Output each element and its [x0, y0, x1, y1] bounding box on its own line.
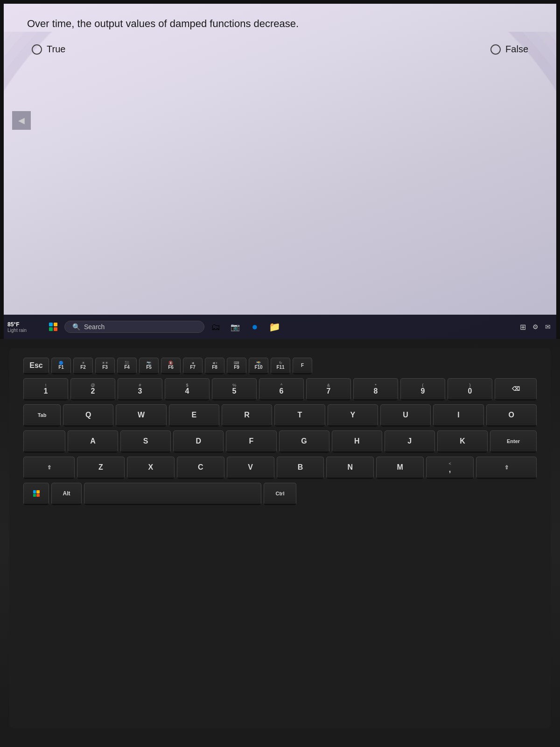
win-pane-green — [49, 327, 53, 331]
key-left-shift[interactable]: ⇧ — [23, 457, 75, 479]
key-e[interactable]: E — [169, 404, 219, 427]
tray-mail-icon[interactable]: ✉ — [543, 321, 553, 332]
key-backspace[interactable]: ⌫ — [495, 378, 537, 401]
camera-icon: 📷 — [231, 323, 240, 331]
taskbar-folder-button[interactable]: 📁 — [266, 318, 283, 335]
key-m[interactable]: M — [376, 457, 424, 479]
key-s[interactable]: S — [120, 430, 171, 453]
key-z[interactable]: Z — [77, 457, 125, 479]
taskbar-camera-button[interactable]: 📷 — [227, 318, 244, 335]
function-key-row: Esc 🔵 F1 ☀ F2 ☀☀ F3 ⬛ F4 📷 F5 🔇 — [23, 358, 537, 374]
key-i[interactable]: I — [433, 404, 483, 427]
asdf-key-row: A S D F G H J K Enter — [23, 430, 537, 453]
folder-icon: 📁 — [269, 321, 280, 332]
key-h[interactable]: H — [332, 430, 382, 453]
key-6[interactable]: ^6 — [259, 378, 304, 401]
option-true[interactable]: True — [32, 44, 65, 55]
number-key-row: !1 @2 #3 $4 %5 ^6 &7 *8 (9 )0 ⌫ — [23, 378, 537, 401]
win-pane-yellow — [54, 323, 57, 326]
key-caps[interactable] — [23, 430, 65, 453]
key-f12[interactable]: F — [293, 358, 312, 374]
key-x[interactable]: X — [127, 457, 175, 479]
screen-display: Over time, the output values of damped f… — [4, 4, 556, 339]
taskbar-files-button[interactable]: 🗂 — [207, 318, 224, 335]
option-true-label: True — [47, 44, 65, 55]
key-8[interactable]: *8 — [353, 378, 398, 401]
win-pane-blue — [49, 323, 53, 326]
key-o[interactable]: O — [486, 404, 537, 427]
key-f4[interactable]: ⬛ F4 — [117, 358, 137, 374]
key-3[interactable]: #3 — [118, 378, 162, 401]
key-f9[interactable]: ⌨ F9 — [227, 358, 246, 374]
key-1[interactable]: !1 — [23, 378, 68, 401]
key-space[interactable] — [84, 483, 261, 505]
weather-widget: 85°F Light rain — [7, 321, 40, 333]
key-0[interactable]: )0 — [448, 378, 492, 401]
option-false-label: False — [505, 44, 528, 55]
taskbar-edge-button[interactable]: ● — [246, 318, 263, 335]
key-f10[interactable]: 📸 F10 — [249, 358, 268, 374]
key-f3[interactable]: ☀☀ F3 — [95, 358, 115, 374]
key-w[interactable]: W — [116, 404, 166, 427]
key-2[interactable]: @2 — [70, 378, 115, 401]
screen-bezel: Over time, the output values of damped f… — [0, 0, 560, 339]
keyboard: Esc 🔵 F1 ☀ F2 ☀☀ F3 ⬛ F4 📷 F5 🔇 — [9, 348, 551, 728]
key-q[interactable]: Q — [63, 404, 113, 427]
radio-true[interactable] — [32, 44, 42, 55]
taskbar: 85°F Light rain 🔍 Search 🗂 — [4, 315, 556, 339]
key-n[interactable]: N — [326, 457, 374, 479]
back-button[interactable] — [12, 111, 31, 130]
key-f7[interactable]: ◄ F7 — [183, 358, 203, 374]
edge-browser-icon: ● — [252, 321, 258, 333]
key-windows[interactable] — [23, 483, 49, 505]
key-f5[interactable]: 📷 F5 — [139, 358, 159, 374]
key-4[interactable]: $4 — [165, 378, 210, 401]
key-tab[interactable]: Tab — [23, 404, 61, 427]
key-u[interactable]: U — [380, 404, 431, 427]
win-pane-red — [54, 327, 57, 331]
key-f8[interactable]: ◄+ F8 — [205, 358, 224, 374]
key-a[interactable]: A — [68, 430, 118, 453]
bottom-key-row: Alt Ctrl — [23, 483, 537, 505]
windows-logo — [49, 323, 57, 331]
weather-temperature: 85°F — [7, 321, 40, 328]
key-r[interactable]: R — [222, 404, 272, 427]
key-9[interactable]: (9 — [400, 378, 445, 401]
background-pattern — [4, 32, 556, 315]
question-text: Over time, the output values of damped f… — [27, 18, 533, 30]
key-f6[interactable]: 🔇 F6 — [161, 358, 181, 374]
laptop-body: Esc 🔵 F1 ☀ F2 ☀☀ F3 ⬛ F4 📷 F5 🔇 — [0, 339, 560, 747]
key-esc[interactable]: Esc — [23, 358, 49, 374]
key-f[interactable]: F — [226, 430, 276, 453]
option-false[interactable]: False — [490, 44, 528, 55]
key-right-ctrl[interactable]: Ctrl — [264, 483, 296, 505]
start-button[interactable] — [45, 318, 62, 335]
options-container: True False — [27, 44, 533, 55]
key-f2[interactable]: ☀ F2 — [73, 358, 93, 374]
key-enter[interactable]: Enter — [490, 430, 537, 453]
weather-description: Light rain — [7, 328, 40, 333]
key-right-shift[interactable]: ⇧ — [476, 457, 537, 479]
key-v[interactable]: V — [227, 457, 274, 479]
search-icon: 🔍 — [72, 323, 80, 331]
radio-false[interactable] — [490, 44, 501, 55]
key-comma[interactable]: <, — [426, 457, 474, 479]
key-b[interactable]: B — [277, 457, 324, 479]
key-5[interactable]: %5 — [212, 378, 257, 401]
key-f1[interactable]: 🔵 F1 — [51, 358, 71, 374]
files-icon: 🗂 — [211, 322, 220, 332]
key-d[interactable]: D — [173, 430, 224, 453]
key-g[interactable]: G — [279, 430, 329, 453]
taskbar-search[interactable]: 🔍 Search — [64, 321, 204, 333]
key-c[interactable]: C — [177, 457, 224, 479]
key-f11[interactable]: ↻ F11 — [271, 358, 290, 374]
key-t[interactable]: T — [274, 404, 325, 427]
key-k[interactable]: K — [437, 430, 488, 453]
tray-settings-icon[interactable]: ⚙ — [531, 321, 540, 332]
key-7[interactable]: &7 — [306, 378, 351, 401]
key-j[interactable]: J — [385, 430, 435, 453]
quiz-content: Over time, the output values of damped f… — [4, 4, 556, 64]
tray-widgets-icon[interactable]: ⊞ — [518, 321, 528, 333]
key-y[interactable]: Y — [328, 404, 378, 427]
key-alt[interactable]: Alt — [51, 483, 82, 505]
